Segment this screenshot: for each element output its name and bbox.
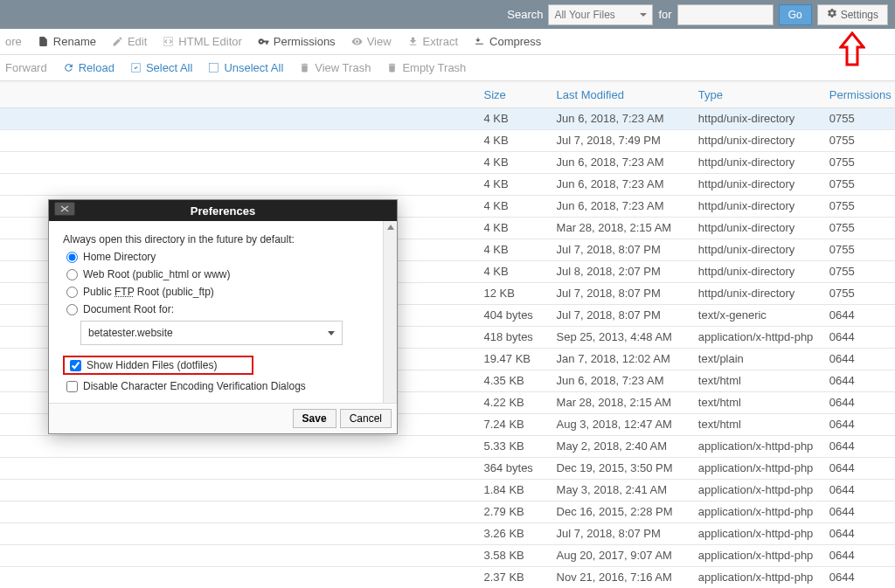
file-actions-toolbar: ore Rename Edit HTML Editor Permissions … (0, 29, 895, 55)
cell-permissions: 0644 (824, 457, 895, 479)
cell-permissions: 0755 (824, 129, 895, 151)
cell-type: httpd/unix-directory (693, 239, 824, 260)
cell-size: 2.37 KB (478, 566, 551, 588)
always-open-label: Always open this directory in the future… (63, 233, 383, 246)
file-icon (38, 36, 49, 47)
empty-trash-button[interactable]: Empty Trash (386, 61, 466, 74)
cell-modified: Jul 7, 2018, 8:07 PM (552, 282, 693, 304)
cell-modified: Nov 21, 2016, 7:16 AM (552, 566, 693, 588)
compress-icon (474, 36, 485, 47)
cell-modified: Jun 6, 2018, 7:23 AM (552, 107, 693, 129)
cell-type: text/x-generic (693, 304, 824, 326)
cell-permissions: 0755 (824, 107, 895, 129)
cell-modified: Jul 8, 2018, 2:07 PM (552, 260, 693, 282)
cell-permissions: 0644 (824, 566, 895, 588)
extract-icon (407, 36, 419, 47)
checkbox-show-hidden[interactable]: Show Hidden Files (dotfiles) (66, 359, 217, 371)
cell-permissions: 0755 (824, 173, 895, 195)
table-row[interactable]: 364 bytesDec 19, 2015, 3:50 PMapplicatio… (0, 457, 895, 479)
cell-size: 2.79 KB (478, 501, 551, 522)
save-button[interactable]: Save (293, 409, 336, 428)
radio-ftp-label: Public FTP Root (public_ftp) (83, 286, 214, 298)
cancel-button[interactable]: Cancel (340, 409, 392, 428)
html-icon (163, 36, 174, 47)
view-button[interactable]: View (351, 35, 392, 48)
cell-modified: Jun 6, 2018, 7:23 AM (552, 370, 693, 391)
cell-size: 4.22 KB (478, 391, 551, 413)
html-editor-button[interactable]: HTML Editor (163, 35, 241, 48)
empty-trash-icon (386, 62, 398, 73)
cell-modified: May 3, 2018, 2:41 AM (552, 479, 693, 501)
cell-type: text/html (693, 370, 824, 391)
select-all-button[interactable]: Select All (130, 61, 192, 74)
table-header-row: Size Last Modified Type Permissions (0, 83, 895, 107)
dialog-title: Preferences (191, 204, 255, 218)
dialog-titlebar[interactable]: Preferences (49, 200, 397, 221)
table-row[interactable]: 2.79 KBDec 16, 2015, 2:28 PMapplication/… (0, 501, 895, 522)
checkbox-disable-encoding-label: Disable Character Encoding Verification … (83, 380, 306, 392)
table-row[interactable]: 4 KBJun 6, 2018, 7:23 AMhttpd/unix-direc… (0, 107, 895, 129)
search-scope-select[interactable]: All Your Files (548, 4, 653, 25)
compress-button[interactable]: Compress (474, 35, 541, 48)
cell-size: 4 KB (478, 239, 551, 260)
cell-size: 4 KB (478, 107, 551, 129)
radio-docroot-label: Document Root for: (83, 303, 174, 315)
dialog-button-row: Save Cancel (49, 403, 397, 433)
cell-permissions: 0755 (824, 151, 895, 173)
go-button[interactable]: Go (779, 4, 812, 25)
permissions-button[interactable]: Permissions (258, 35, 336, 48)
col-last-modified[interactable]: Last Modified (552, 83, 693, 107)
cell-permissions: 0755 (824, 282, 895, 304)
radio-document-root[interactable]: Document Root for: (63, 303, 383, 315)
table-row[interactable]: 1.84 KBMay 3, 2018, 2:41 AMapplication/x… (0, 479, 895, 501)
table-row[interactable]: 5.33 KBMay 2, 2018, 2:40 AMapplication/x… (0, 435, 895, 457)
table-row[interactable]: 4 KBJun 6, 2018, 7:23 AMhttpd/unix-direc… (0, 173, 895, 195)
settings-button[interactable]: Settings (817, 4, 888, 25)
unselect-all-button[interactable]: Unselect All (208, 61, 283, 74)
cell-type: httpd/unix-directory (693, 107, 824, 129)
extract-button[interactable]: Extract (407, 35, 458, 48)
cell-modified: Jun 6, 2018, 7:23 AM (552, 195, 693, 217)
checkbox-show-hidden-input[interactable] (70, 360, 81, 371)
table-row[interactable]: 2.37 KBNov 21, 2016, 7:16 AMapplication/… (0, 566, 895, 588)
checkbox-disable-encoding[interactable]: Disable Character Encoding Verification … (63, 380, 383, 392)
radio-web-input[interactable] (66, 269, 78, 280)
table-row[interactable]: 4 KBJul 7, 2018, 7:49 PMhttpd/unix-direc… (0, 129, 895, 151)
table-row[interactable]: 3.26 KBJul 7, 2018, 8:07 PMapplication/x… (0, 522, 895, 544)
cell-permissions: 0644 (824, 348, 895, 370)
cell-size: 418 bytes (478, 326, 551, 348)
view-trash-button[interactable]: View Trash (299, 61, 371, 74)
close-button[interactable] (54, 202, 75, 216)
dialog-scrollbar[interactable] (383, 221, 397, 403)
radio-home-input[interactable] (66, 252, 78, 263)
radio-ftp-input[interactable] (66, 287, 78, 298)
radio-web-root[interactable]: Web Root (public_html or www) (63, 268, 383, 280)
col-size[interactable]: Size (478, 83, 551, 107)
cell-size: 5.33 KB (478, 435, 551, 457)
cell-type: application/x-httpd-php (693, 435, 824, 457)
radio-docroot-input[interactable] (66, 304, 78, 315)
edit-button[interactable]: Edit (112, 35, 147, 48)
checkbox-disable-encoding-input[interactable] (66, 381, 78, 392)
radio-home-directory[interactable]: Home Directory (63, 251, 383, 263)
document-root-select[interactable]: betatester.website (80, 321, 343, 345)
cell-modified: Mar 28, 2018, 2:15 AM (552, 217, 693, 239)
radio-public-ftp[interactable]: Public FTP Root (public_ftp) (63, 286, 383, 298)
restore-button[interactable]: ore (5, 35, 22, 48)
cell-type: application/x-httpd-php (693, 479, 824, 501)
key-icon (258, 36, 269, 47)
rename-button[interactable]: Rename (38, 35, 96, 48)
col-permissions[interactable]: Permissions (824, 83, 895, 107)
col-type[interactable]: Type (693, 83, 824, 107)
show-hidden-highlight: Show Hidden Files (dotfiles) (63, 356, 253, 375)
table-row[interactable]: 4 KBJun 6, 2018, 7:23 AMhttpd/unix-direc… (0, 151, 895, 173)
cell-modified: May 2, 2018, 2:40 AM (552, 435, 693, 457)
forward-button[interactable]: Forward (5, 61, 47, 74)
reload-button[interactable]: Reload (63, 61, 114, 74)
table-row[interactable]: 3.58 KBAug 20, 2017, 9:07 AMapplication/… (0, 544, 895, 566)
search-input[interactable] (677, 4, 774, 25)
reload-icon (63, 62, 74, 73)
col-name[interactable] (0, 83, 478, 107)
cell-type: httpd/unix-directory (693, 217, 824, 239)
cell-modified: Jul 7, 2018, 8:07 PM (552, 304, 693, 326)
